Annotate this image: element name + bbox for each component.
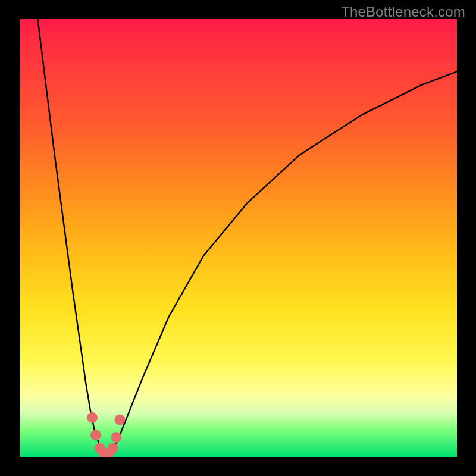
bottleneck-dots bbox=[87, 412, 125, 457]
watermark-text: TheBottleneck.com bbox=[341, 4, 465, 20]
bottleneck-dot bbox=[111, 432, 122, 443]
chart-svg bbox=[20, 19, 457, 457]
bottleneck-dot bbox=[114, 414, 125, 425]
bottleneck-dot bbox=[90, 430, 101, 440]
bottleneck-dot bbox=[87, 412, 98, 423]
chart-frame: TheBottleneck.com bbox=[0, 0, 476, 476]
chart-plot-area bbox=[20, 19, 457, 457]
bottleneck-dot bbox=[108, 443, 118, 453]
curve-path bbox=[37, 19, 457, 455]
